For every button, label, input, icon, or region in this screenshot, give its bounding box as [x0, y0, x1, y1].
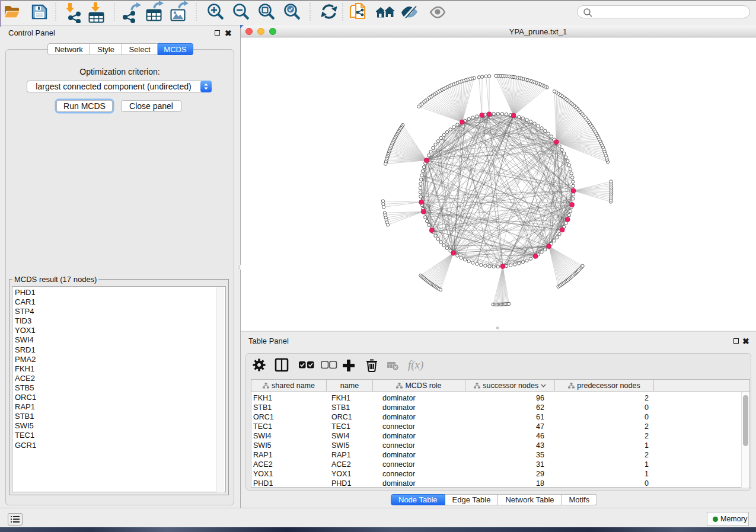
svg-text:f(x): f(x)	[408, 358, 423, 371]
